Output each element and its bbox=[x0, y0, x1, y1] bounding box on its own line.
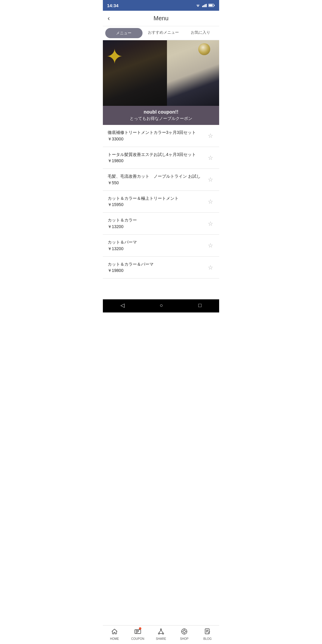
hero-right-panel bbox=[167, 40, 219, 106]
menu-item-text-6: カット＆パーマ ￥13200 bbox=[108, 239, 207, 252]
menu-item-text-1: 徹底補修トリートメントカラー3ヶ月3回セット ￥33000 bbox=[108, 130, 207, 142]
status-time: 14:34 bbox=[107, 3, 118, 8]
menu-item-text-7: カット＆カラー＆パーマ ￥19800 bbox=[108, 261, 207, 274]
menu-item-price-3: ￥550 bbox=[108, 180, 207, 186]
menu-item-name-3: 毛髪、毛流改善カット ノーブルトライン お試し bbox=[108, 174, 207, 179]
favorite-button-4[interactable]: ☆ bbox=[207, 197, 214, 206]
menu-item-name-7: カット＆カラー＆パーマ bbox=[108, 261, 207, 267]
favorite-button-5[interactable]: ☆ bbox=[207, 219, 214, 228]
menu-item-price-6: ￥13200 bbox=[108, 246, 207, 252]
menu-item-text-4: カット＆カラー＆極上トリートメント ￥15950 bbox=[108, 196, 207, 208]
menu-item-name-1: 徹底補修トリートメントカラー3ヶ月3回セット bbox=[108, 130, 207, 136]
menu-item-6[interactable]: カット＆パーマ ￥13200 ☆ bbox=[103, 235, 219, 257]
menu-list: 徹底補修トリートメントカラー3ヶ月3回セット ￥33000 ☆ トータル髪質改善… bbox=[103, 125, 219, 299]
menu-item-name-5: カット＆カラー bbox=[108, 217, 207, 223]
svg-rect-1 bbox=[203, 5, 204, 7]
tab-favorites[interactable]: お気に入り bbox=[182, 26, 219, 40]
menu-item-name-6: カット＆パーマ bbox=[108, 239, 207, 245]
menu-item-text-3: 毛髪、毛流改善カット ノーブルトライン お試し ￥550 bbox=[108, 174, 207, 186]
battery-icon bbox=[208, 4, 215, 7]
status-icons bbox=[195, 4, 215, 7]
back-button[interactable]: ‹ bbox=[108, 15, 110, 22]
menu-item-price-1: ￥33000 bbox=[108, 137, 207, 142]
wifi-icon bbox=[195, 4, 201, 7]
hero-banner: ✦ bbox=[103, 40, 219, 106]
svg-rect-3 bbox=[206, 4, 207, 7]
android-back-button[interactable]: ◁ bbox=[114, 300, 131, 311]
menu-item-price-2: ￥19800 bbox=[108, 158, 207, 164]
star-decoration: ✦ bbox=[106, 46, 130, 70]
favorite-button-6[interactable]: ☆ bbox=[207, 241, 214, 250]
menu-item-name-4: カット＆カラー＆極上トリートメント bbox=[108, 196, 207, 202]
menu-item-4[interactable]: カット＆カラー＆極上トリートメント ￥15950 ☆ bbox=[103, 191, 219, 213]
globe-lamp-decoration bbox=[198, 43, 210, 55]
favorite-button-2[interactable]: ☆ bbox=[207, 153, 214, 162]
svg-rect-6 bbox=[214, 5, 215, 6]
tab-menu[interactable]: メニュー bbox=[105, 28, 143, 38]
menu-item-name-2: トータル髪質改善エステお試し4ヶ月3回セット bbox=[108, 152, 207, 158]
menu-item-7[interactable]: カット＆カラー＆パーマ ￥19800 ☆ bbox=[103, 257, 219, 279]
svg-rect-2 bbox=[205, 4, 205, 7]
banner-title: noubl coupon!! bbox=[108, 109, 214, 115]
menu-item-2[interactable]: トータル髪質改善エステお試し4ヶ月3回セット ￥19800 ☆ bbox=[103, 147, 219, 169]
android-recent-button[interactable]: □ bbox=[192, 300, 208, 311]
favorite-button-7[interactable]: ☆ bbox=[207, 263, 214, 272]
status-bar: 14:34 bbox=[103, 0, 219, 11]
signal-icon bbox=[202, 4, 207, 7]
android-nav-bar: ◁ ○ □ bbox=[103, 299, 219, 312]
tab-bar: メニュー おすすめメニュー お気に入り bbox=[103, 26, 219, 40]
menu-item-5[interactable]: カット＆カラー ￥13200 ☆ bbox=[103, 213, 219, 235]
svg-rect-0 bbox=[202, 6, 203, 7]
favorite-button-1[interactable]: ☆ bbox=[207, 131, 214, 140]
hero-left-panel: ✦ bbox=[103, 40, 167, 106]
page-title: Menu bbox=[154, 15, 168, 22]
menu-item-price-7: ￥19800 bbox=[108, 268, 207, 273]
menu-item-1[interactable]: 徹底補修トリートメントカラー3ヶ月3回セット ￥33000 ☆ bbox=[103, 125, 219, 147]
coupon-banner: noubl coupon!! とってもお得なノーブルクーポン bbox=[103, 106, 219, 125]
tab-recommended[interactable]: おすすめメニュー bbox=[145, 26, 182, 40]
android-home-button[interactable]: ○ bbox=[154, 300, 169, 311]
menu-item-text-2: トータル髪質改善エステお試し4ヶ月3回セット ￥19800 bbox=[108, 152, 207, 164]
banner-subtitle: とってもお得なノーブルクーポン bbox=[108, 116, 214, 121]
header: ‹ Menu bbox=[103, 11, 219, 26]
menu-item-3[interactable]: 毛髪、毛流改善カット ノーブルトライン お試し ￥550 ☆ bbox=[103, 169, 219, 191]
menu-item-price-4: ￥15950 bbox=[108, 202, 207, 208]
favorite-button-3[interactable]: ☆ bbox=[207, 175, 214, 184]
svg-rect-5 bbox=[209, 4, 213, 6]
menu-item-price-5: ￥13200 bbox=[108, 224, 207, 230]
menu-item-text-5: カット＆カラー ￥13200 bbox=[108, 217, 207, 230]
